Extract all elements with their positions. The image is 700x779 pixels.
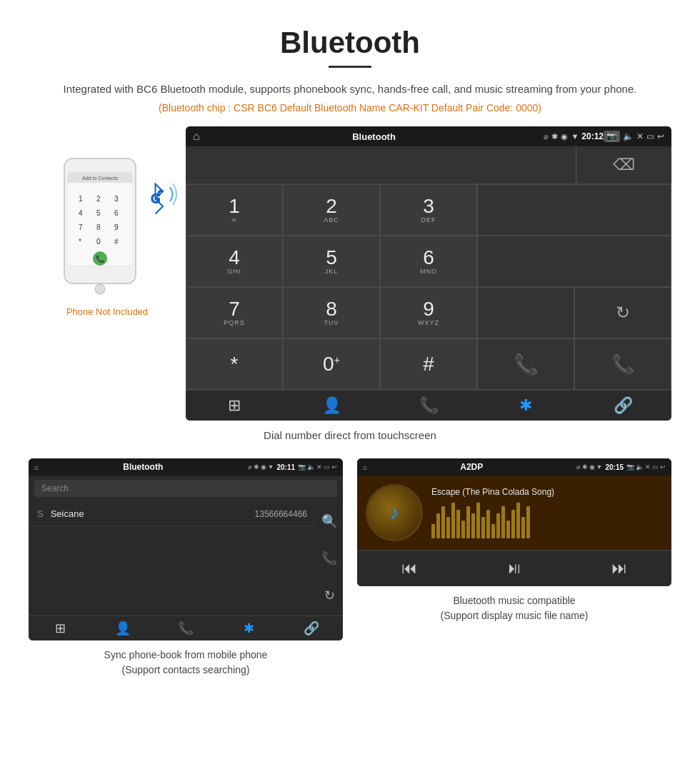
volume-icon[interactable]: 🔈: [623, 131, 634, 141]
visualizer-bar: [481, 517, 485, 538]
svg-point-19: [95, 284, 105, 294]
bluetooth-nav-icon: ✱: [519, 396, 532, 415]
pb-usb-icon: ⌀: [248, 463, 251, 471]
svg-text:7: 7: [79, 223, 83, 231]
key-4[interactable]: 4GHI: [186, 236, 283, 287]
dialpad-icon: ⊞: [228, 396, 241, 415]
visualizer-bar: [436, 513, 440, 538]
music-time: 20:15: [605, 463, 624, 471]
page-title: Bluetooth: [0, 0, 700, 66]
call-icon: 📞: [514, 353, 539, 376]
pb-cam-icon: 📷: [298, 463, 306, 471]
phonebook-caption: Sync phone-book from mobile phone(Suppor…: [104, 648, 268, 678]
phone-svg: Add to Contacts 1 2 3 4 5 6 7 8 9 * 0 # …: [57, 155, 143, 298]
music-loc-icon: ◉: [589, 463, 595, 471]
key-star[interactable]: *: [186, 338, 283, 390]
pb-nav-bt[interactable]: ✱: [217, 620, 280, 636]
visualizer-bar: [486, 510, 490, 538]
pb-call-icon[interactable]: 📞: [321, 551, 337, 566]
svg-text:#: #: [114, 238, 119, 246]
pb-title: Bluetooth: [39, 462, 247, 472]
key-hash[interactable]: #: [380, 338, 477, 390]
main-content-area: Add to Contacts 1 2 3 4 5 6 7 8 9 * 0 # …: [0, 126, 700, 421]
dialer-title: Bluetooth: [204, 131, 544, 142]
pb-search-icon[interactable]: 🔍: [321, 513, 337, 529]
pb-nav-dialpad[interactable]: ⊞: [29, 620, 91, 636]
pb-vol-icon: 🔈: [307, 463, 315, 471]
pb-contact-row[interactable]: S Seicane 13566664466: [29, 501, 316, 527]
visualizer-bar: [496, 513, 500, 538]
home-icon[interactable]: ⌂: [193, 130, 200, 143]
dialer-bottom-nav: ⊞ 👤 📞 ✱ 🔗: [186, 390, 671, 421]
pb-win-icon: ▭: [324, 463, 330, 471]
pb-dialpad-icon: ⊞: [55, 620, 66, 636]
music-screen: ⌂ A2DP ⌀ ✱ ◉ ▼ 20:15 📷 🔈 ✕ ▭ ↩ ♪ Escape …: [357, 458, 671, 586]
refresh-icon: ↻: [616, 303, 630, 323]
end-call-button[interactable]: 📞: [574, 338, 671, 390]
svg-text:📞: 📞: [96, 254, 105, 263]
close-status-icon[interactable]: ✕: [636, 131, 644, 141]
description-text: Integrated with BC6 Bluetooth module, su…: [0, 81, 700, 98]
visualizer-bar: [466, 506, 470, 538]
key-3[interactable]: 3DEF: [380, 184, 477, 236]
back-icon[interactable]: ↩: [657, 131, 664, 141]
key-8[interactable]: 8TUV: [283, 287, 380, 338]
nav-bluetooth[interactable]: ✱: [477, 396, 574, 415]
key-0[interactable]: 0+: [283, 338, 380, 390]
pb-time: 20:11: [276, 463, 295, 471]
backspace-button[interactable]: ⌫: [576, 146, 671, 184]
contacts-icon: 👤: [322, 396, 341, 415]
svg-text:2: 2: [96, 195, 101, 203]
pb-nav-contacts[interactable]: 👤: [91, 620, 154, 636]
svg-text:0: 0: [96, 238, 101, 246]
phone-not-included-label: Phone Not Included: [66, 306, 148, 317]
music-bt-symbol: ♪: [389, 501, 399, 524]
end-call-icon: 📞: [611, 353, 634, 376]
song-title: Escape (The Pina Colada Song): [431, 487, 663, 497]
key-1[interactable]: 1∞: [186, 184, 283, 236]
visualizer-bar: [506, 521, 510, 538]
dialer-screen: ⌂ Bluetooth ⌀ ✱ ◉ ▼ 20:12 📷 🔈 ✕ ▭ ↩ ⌫: [186, 126, 671, 421]
nav-link[interactable]: 🔗: [574, 396, 671, 415]
svg-text:3: 3: [114, 195, 119, 203]
key-7[interactable]: 7PQRS: [186, 287, 283, 338]
play-pause-button[interactable]: ⏯: [506, 559, 522, 578]
pb-screen-body: S Seicane 13566664466 🔍 📞 ↻: [29, 501, 343, 615]
svg-text:8: 8: [96, 223, 101, 231]
pb-search-bar[interactable]: Search: [34, 480, 337, 497]
nav-dialpad[interactable]: ⊞: [186, 396, 283, 415]
pb-statusbar: ⌂ Bluetooth ⌀ ✱ ◉ ▼ 20:11 📷 🔈 ✕ ▭ ↩: [29, 458, 343, 476]
pb-contact-number: 13566664466: [255, 509, 307, 519]
key-9[interactable]: 9WXYZ: [380, 287, 477, 338]
pb-nav-phone[interactable]: 📞: [154, 620, 217, 636]
music-caption: Bluetooth music compatible(Support displ…: [441, 593, 589, 623]
key-5[interactable]: 5JKL: [283, 236, 380, 287]
key-6[interactable]: 6MNO: [380, 236, 477, 287]
pb-search-placeholder: Search: [41, 483, 330, 493]
visualizer-bar: [521, 517, 525, 538]
music-bt-icon: ✱: [582, 463, 588, 471]
pb-nav-link[interactable]: 🔗: [280, 620, 343, 636]
signal-status-icon: ▼: [571, 132, 579, 141]
nav-phone[interactable]: 📞: [380, 396, 477, 415]
pb-loc-icon: ◉: [261, 463, 266, 471]
pb-bottom-nav: ⊞ 👤 📞 ✱ 🔗: [29, 615, 343, 640]
key-empty-3a: [477, 287, 574, 338]
call-button[interactable]: 📞: [477, 338, 574, 390]
prev-track-button[interactable]: ⏮: [401, 559, 417, 578]
pb-contact-list: S Seicane 13566664466: [29, 501, 316, 615]
key-2[interactable]: 2ABC: [283, 184, 380, 236]
status-time: 20:12: [581, 131, 604, 141]
window-icon[interactable]: ▭: [646, 131, 654, 141]
pb-refresh-icon[interactable]: ↻: [324, 588, 335, 603]
svg-text:*: *: [79, 238, 81, 246]
music-cam-icon: 📷: [626, 463, 634, 471]
music-block: ⌂ A2DP ⌀ ✱ ◉ ▼ 20:15 📷 🔈 ✕ ▭ ↩ ♪ Escape …: [357, 458, 671, 678]
music-main-area: ♪ Escape (The Pina Colada Song): [357, 476, 671, 550]
visualizer-bar: [456, 510, 460, 538]
nav-contacts[interactable]: 👤: [283, 396, 380, 415]
camera-icon[interactable]: 📷: [604, 131, 620, 142]
next-track-button[interactable]: ⏭: [611, 559, 627, 578]
refresh-button[interactable]: ↻: [574, 287, 671, 338]
music-usb-icon: ⌀: [576, 463, 580, 471]
